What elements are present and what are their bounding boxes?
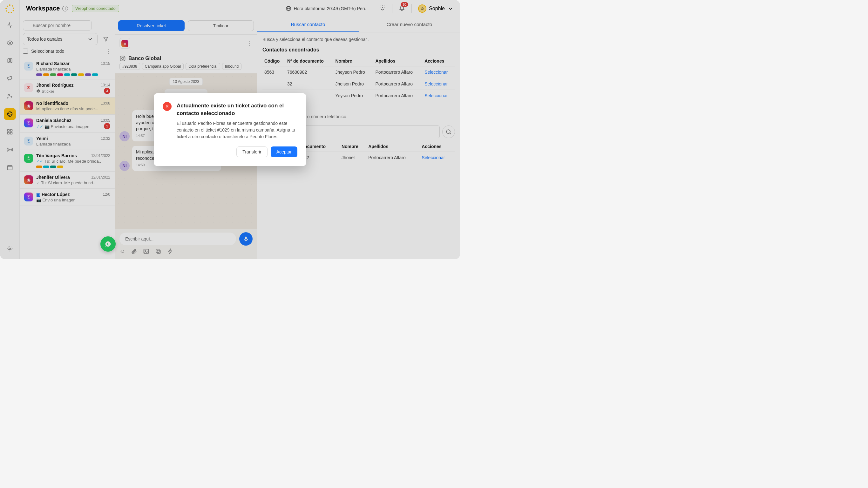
- modal-title: Actualmente existe un ticket activo con …: [177, 102, 298, 117]
- modal-text: El usuario Pedrito Flores se encuentra g…: [177, 120, 298, 140]
- accept-button[interactable]: Aceptar: [271, 147, 298, 157]
- transfer-button[interactable]: Transferir: [237, 147, 267, 157]
- active-ticket-modal: ✕ Actualmente existe un ticket activo co…: [154, 93, 306, 166]
- error-icon: ✕: [163, 102, 172, 111]
- modal-backdrop: ✕ Actualmente existe un ticket activo co…: [0, 0, 460, 259]
